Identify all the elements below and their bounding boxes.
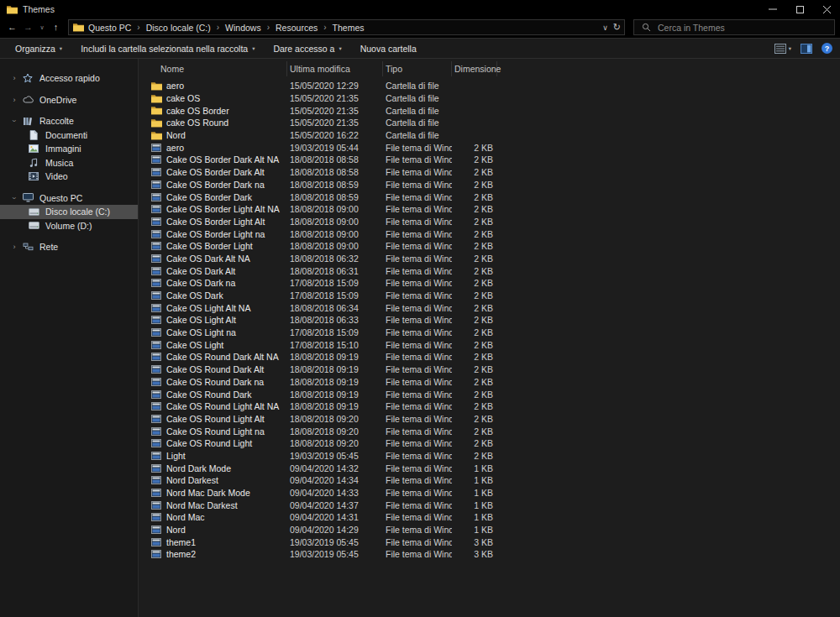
file-row[interactable]: Cake OS Round Light Alt NA18/08/2018 09:…	[149, 400, 840, 413]
file-row[interactable]: Cake OS Round Dark Alt18/08/2018 09:19Fi…	[149, 363, 840, 376]
sidebar-item-accesso-rapido[interactable]: ›Accesso rapido	[0, 71, 138, 86]
file-row[interactable]: Cake OS Light Alt NA18/08/2018 06:34File…	[149, 301, 840, 314]
file-row[interactable]: Cake OS Border Light18/08/2018 09:00File…	[149, 240, 840, 253]
file-size-cell: 2 KB	[452, 401, 497, 411]
breadcrumb-separator-icon[interactable]: ›	[267, 23, 270, 32]
file-row[interactable]: theme219/03/2019 05:45File tema di Wind.…	[149, 548, 840, 561]
refresh-icon[interactable]: ↻	[613, 22, 621, 33]
address-bar[interactable]: Questo PC›Disco locale (C:)›Windows›Reso…	[68, 19, 625, 35]
search-box[interactable]	[633, 19, 835, 35]
close-button[interactable]	[813, 0, 840, 18]
file-row[interactable]: theme119/03/2019 05:45File tema di Wind.…	[149, 536, 840, 548]
toolbar-button-includi-la-cartella-selezionata-nella-raccolta[interactable]: Includi la cartella selezionata nella ra…	[73, 41, 262, 56]
sidebar-item-immagini[interactable]: Immagini	[0, 142, 138, 156]
file-row[interactable]: Cake OS Dark Alt NA18/08/2018 06:32File …	[149, 253, 840, 265]
file-row[interactable]: Nord09/04/2020 14:29File tema di Wind...…	[149, 524, 840, 536]
file-row[interactable]: Cake OS Round Dark18/08/2018 09:19File t…	[149, 388, 840, 400]
address-dropdown-icon[interactable]: ∨	[602, 24, 608, 32]
file-row[interactable]: Cake OS Round Dark na18/08/2018 09:19Fil…	[149, 376, 840, 389]
search-input[interactable]	[658, 23, 828, 33]
file-row[interactable]: Nord Mac09/04/2020 14:31File tema di Win…	[149, 511, 840, 524]
file-row[interactable]: Cake OS Dark Alt18/08/2018 06:31File tem…	[149, 264, 840, 277]
breadcrumb-separator-icon[interactable]: ›	[217, 23, 219, 32]
expander-icon[interactable]: ›	[11, 74, 18, 82]
recent-locations-button[interactable]: ∨	[37, 24, 47, 30]
file-row[interactable]: Cake OS Round Dark Alt NA18/08/2018 09:1…	[149, 351, 840, 363]
file-row[interactable]: Cake OS Light Alt18/08/2018 06:33File te…	[149, 314, 840, 327]
file-modified-cell: 18/08/2018 08:59	[287, 192, 383, 202]
expander-icon[interactable]: ›	[10, 195, 18, 201]
file-row[interactable]: aero19/03/2019 05:44File tema di Wind...…	[149, 141, 840, 154]
file-row[interactable]: cake OS Round15/05/2020 21:35Cartella di…	[149, 117, 840, 129]
file-row[interactable]: Cake OS Round Light Alt18/08/2018 09:20F…	[149, 413, 840, 426]
breadcrumb-separator-icon[interactable]: ›	[323, 23, 326, 32]
file-row[interactable]: cake OS15/05/2020 21:35Cartella di file	[149, 92, 840, 105]
toolbar-button-nuova-cartella[interactable]: Nuova cartella	[353, 41, 424, 56]
file-row[interactable]: Cake OS Round Light na18/08/2018 09:20Fi…	[149, 425, 840, 437]
sidebar-item-disco-locale-c[interactable]: Disco locale (C:)	[0, 205, 138, 219]
breadcrumb-item-questo-pc[interactable]: Questo PC	[88, 23, 131, 33]
file-row[interactable]: Cake OS Border Dark na18/08/2018 08:59Fi…	[149, 179, 840, 191]
file-size-cell: 1 KB	[452, 475, 497, 485]
sidebar-item-onedrive[interactable]: ›OneDrive	[0, 93, 138, 107]
column-header-nome[interactable]: Nome	[149, 61, 287, 76]
preview-pane-button[interactable]	[801, 44, 812, 54]
file-name: Cake OS Border Dark na	[166, 180, 265, 190]
themefile-icon	[151, 415, 161, 423]
file-row[interactable]: Nord Mac Darkest09/04/2020 14:37File tem…	[149, 499, 840, 511]
back-button[interactable]: ←	[5, 23, 19, 32]
expander-icon[interactable]: ›	[10, 118, 18, 124]
toolbar-button-organizza[interactable]: Organizza▾	[8, 41, 70, 56]
sidebar-item-questo-pc[interactable]: ›Questo PC	[0, 191, 138, 206]
file-row[interactable]: Cake OS Border Dark Alt18/08/2018 08:58F…	[149, 166, 840, 179]
file-row[interactable]: Cake OS Border Dark18/08/2018 08:59File …	[149, 191, 840, 203]
file-modified-cell: 19/03/2019 05:45	[287, 549, 383, 559]
column-header-dimensione[interactable]: Dimensione	[452, 61, 497, 76]
file-row[interactable]: Cake OS Dark17/08/2018 15:09File tema di…	[149, 290, 840, 302]
file-row[interactable]: Cake OS Dark na17/08/2018 15:09File tema…	[149, 277, 840, 290]
file-row[interactable]: Nord Dark Mode09/04/2020 14:32File tema …	[149, 462, 840, 474]
file-row[interactable]: Cake OS Round Light18/08/2018 09:20File …	[149, 437, 840, 450]
breadcrumb-separator-icon[interactable]: ›	[137, 23, 139, 32]
file-row[interactable]: Nord Darkest09/04/2020 14:34File tema di…	[149, 474, 840, 487]
breadcrumb-item-themes[interactable]: Themes	[333, 23, 365, 33]
breadcrumb-item-disco-locale-c[interactable]: Disco locale (C:)	[146, 23, 211, 33]
file-type-cell: File tema di Wind...	[383, 512, 452, 522]
help-button[interactable]: ?	[822, 43, 832, 54]
file-row[interactable]: Cake OS Light17/08/2018 15:10File tema d…	[149, 338, 840, 351]
sidebar-item-musica[interactable]: Musica	[0, 156, 138, 170]
file-row[interactable]: Cake OS Light na17/08/2018 15:09File tem…	[149, 327, 840, 339]
toolbar-button-dare-accesso-a[interactable]: Dare accesso a▾	[265, 41, 349, 56]
file-type-cell: File tema di Wind...	[383, 167, 452, 177]
maximize-button[interactable]	[786, 0, 813, 18]
change-view-button[interactable]: ▾	[774, 44, 791, 54]
sidebar-item-volume-d[interactable]: Volume (D:)	[0, 219, 138, 233]
file-row[interactable]: Nord15/05/2020 16:22Cartella di file	[149, 129, 840, 142]
file-name-cell: Nord Darkest	[149, 475, 287, 485]
expander-icon[interactable]: ›	[11, 243, 18, 251]
file-row[interactable]: cake OS Border15/05/2020 21:35Cartella d…	[149, 104, 840, 117]
file-row[interactable]: Cake OS Border Light Alt NA18/08/2018 09…	[149, 203, 840, 216]
themefile-icon	[151, 538, 161, 546]
file-row[interactable]: Cake OS Border Light na18/08/2018 09:00F…	[149, 227, 840, 240]
file-row[interactable]: aero15/05/2020 12:29Cartella di file	[149, 80, 840, 92]
sidebar-item-rete[interactable]: ›Rete	[0, 240, 138, 254]
expander-icon[interactable]: ›	[11, 96, 18, 104]
column-header-tipo[interactable]: Tipo	[383, 61, 452, 76]
sidebar-item-raccolte[interactable]: ›Raccolte	[0, 114, 138, 128]
file-row[interactable]: Cake OS Border Dark Alt NA18/08/2018 08:…	[149, 154, 840, 166]
column-header-ultima-modifica[interactable]: Ultima modifica	[287, 61, 383, 76]
sidebar-item-documenti[interactable]: Documenti	[0, 128, 138, 143]
up-button[interactable]: ↑	[49, 23, 63, 32]
file-name: Nord Mac Darkest	[166, 500, 238, 510]
forward-button[interactable]: →	[21, 23, 35, 32]
breadcrumb-item-windows[interactable]: Windows	[225, 23, 261, 33]
file-row[interactable]: Cake OS Border Light Alt18/08/2018 09:00…	[149, 216, 840, 228]
file-size-cell: 1 KB	[452, 463, 497, 473]
file-row[interactable]: Nord Mac Dark Mode09/04/2020 14:33File t…	[149, 487, 840, 499]
minimize-button[interactable]	[759, 0, 786, 18]
file-name-cell: cake OS Round	[149, 118, 287, 128]
breadcrumb-item-resources[interactable]: Resources	[276, 23, 318, 33]
sidebar-item-video[interactable]: Video	[0, 170, 138, 184]
file-row[interactable]: Light19/03/2019 05:45File tema di Wind..…	[149, 450, 840, 463]
